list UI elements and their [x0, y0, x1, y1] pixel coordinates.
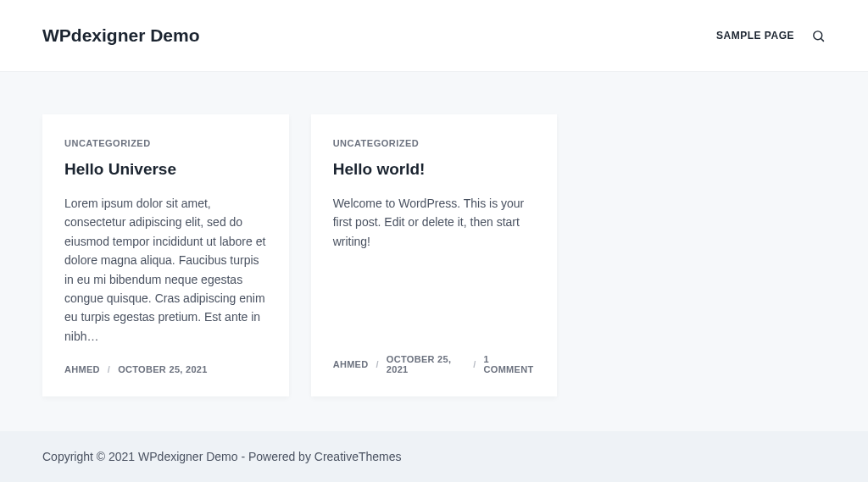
- meta-separator: /: [108, 364, 110, 374]
- header-nav: SAMPLE PAGE: [716, 29, 826, 43]
- nav-sample-page[interactable]: SAMPLE PAGE: [716, 30, 794, 42]
- post-meta: AHMED / OCTOBER 25, 2021: [64, 364, 267, 374]
- post-category[interactable]: UNCATEGORIZED: [333, 138, 536, 148]
- meta-separator: /: [473, 359, 476, 369]
- footer-copyright: Copyright © 2021 WPdexigner Demo - Power…: [42, 450, 314, 463]
- footer-powered-by-link[interactable]: CreativeThemes: [314, 450, 402, 463]
- post-card: UNCATEGORIZED Hello Universe Lorem ipsum…: [42, 114, 289, 396]
- post-date[interactable]: OCTOBER 25, 2021: [118, 364, 207, 374]
- post-author[interactable]: AHMED: [333, 359, 369, 369]
- site-header: WPdexigner Demo SAMPLE PAGE: [0, 0, 868, 72]
- post-meta: AHMED / OCTOBER 25, 2021 / 1 COMMENT: [333, 354, 536, 374]
- post-excerpt: Lorem ipsum dolor sit amet, consectetur …: [64, 194, 267, 346]
- meta-separator: /: [376, 359, 379, 369]
- svg-point-0: [814, 30, 822, 39]
- site-title[interactable]: WPdexigner Demo: [42, 25, 200, 46]
- post-excerpt: Welcome to WordPress. This is your first…: [333, 194, 536, 335]
- post-card: UNCATEGORIZED Hello world! Welcome to Wo…: [311, 114, 558, 396]
- post-author[interactable]: AHMED: [64, 364, 100, 374]
- search-icon[interactable]: [811, 29, 826, 43]
- post-title[interactable]: Hello Universe: [64, 160, 267, 179]
- post-comments[interactable]: 1 COMMENT: [484, 354, 536, 374]
- posts-grid: UNCATEGORIZED Hello Universe Lorem ipsum…: [0, 72, 868, 422]
- post-title[interactable]: Hello world!: [333, 160, 536, 179]
- post-category[interactable]: UNCATEGORIZED: [64, 138, 267, 148]
- svg-line-1: [821, 38, 824, 42]
- post-date[interactable]: OCTOBER 25, 2021: [387, 354, 465, 374]
- site-footer: Copyright © 2021 WPdexigner Demo - Power…: [0, 431, 868, 482]
